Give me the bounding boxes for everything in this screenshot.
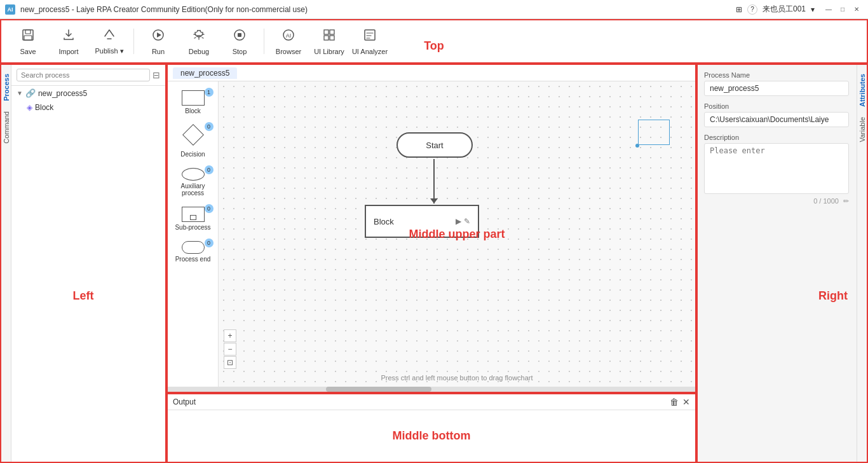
edit-node-icon[interactable]: ✎ <box>464 217 470 226</box>
command-tab[interactable]: Command <box>1 107 11 148</box>
tool-processend-badge: 0 <box>205 238 214 247</box>
import-icon <box>62 28 76 45</box>
canvas-tab-label[interactable]: new_process5 <box>173 67 237 79</box>
position-label: Position <box>704 102 849 110</box>
tool-block[interactable]: Block 1 <box>170 86 216 118</box>
run-node-icon[interactable]: ▶ <box>456 217 461 226</box>
char-count: 0 / 1000 ✏ <box>704 197 849 205</box>
tool-subprocess-badge: 0 <box>205 204 214 213</box>
zoom-fit-button[interactable]: ⊡ <box>224 356 236 369</box>
start-node[interactable]: Start <box>397 132 473 158</box>
tree-child-block[interactable]: ◈ Block <box>11 100 165 114</box>
debug-icon <box>192 28 206 45</box>
browser-label: Browser <box>276 48 301 55</box>
collapse-button[interactable]: ⊟ <box>153 70 160 80</box>
run-label: Run <box>152 48 165 55</box>
tool-decision-label: Decision <box>180 151 205 158</box>
tool-processend[interactable]: Process end 0 <box>170 237 216 266</box>
tool-decision-badge: 0 <box>205 122 214 131</box>
output-title: Output <box>173 397 667 406</box>
window-controls: — □ ✕ <box>822 3 863 16</box>
publish-label: Publish ▾ <box>95 47 123 55</box>
publish-icon <box>102 27 116 45</box>
toolbar-divider-1 <box>133 29 134 54</box>
stop-button[interactable]: Stop <box>220 22 259 60</box>
user-area: ⊞ ? 来也员工001 ▾ <box>736 4 815 15</box>
output-clear-button[interactable]: 🗑 <box>670 397 679 407</box>
toolbar: Save Import Publish ▾ Run Debug <box>0 19 868 64</box>
import-button[interactable]: Import <box>50 22 88 60</box>
svg-rect-1 <box>25 30 31 34</box>
tool-decision[interactable]: Decision 0 <box>170 121 216 162</box>
svg-text:AI: AI <box>286 32 292 39</box>
tool-subprocess[interactable]: Sub-process 0 <box>170 203 216 235</box>
import-label: Import <box>58 48 78 55</box>
attributes-tab[interactable]: Attributes <box>857 70 867 111</box>
canvas-left-toolbar: Block 1 Decision 0 Auxilia <box>168 81 219 387</box>
zoom-out-button[interactable]: − <box>224 343 236 356</box>
ui-analyzer-button[interactable]: UI Analyzer <box>351 22 389 60</box>
tree-root-item[interactable]: ▼ 🔗 new_process5 <box>11 86 165 100</box>
publish-button[interactable]: Publish ▾ <box>90 22 128 60</box>
variable-tab[interactable]: Variable <box>857 113 867 146</box>
window-title: new_process5 - Laiye RPA Creator Communi… <box>20 5 736 14</box>
description-label: Description <box>704 134 849 141</box>
ui-library-label: UI Library <box>314 48 344 55</box>
zoom-in-button[interactable]: + <box>224 329 236 342</box>
zoom-controls: + − ⊡ <box>224 329 236 369</box>
tool-subprocess-label: Sub-process <box>175 224 210 231</box>
run-button[interactable]: Run <box>139 22 177 60</box>
save-icon <box>21 28 35 45</box>
app-icon: AI <box>5 4 15 15</box>
svg-rect-9 <box>324 30 329 34</box>
description-input[interactable] <box>704 143 849 194</box>
tool-auxiliary[interactable]: Auxiliary process 0 <box>170 164 216 200</box>
right-panel-content: Process Name new_process5 Position C:\Us… <box>698 65 867 462</box>
minimize-button[interactable]: — <box>822 3 835 16</box>
save-label: Save <box>20 48 36 55</box>
svg-marker-4 <box>157 32 161 38</box>
browser-icon: AI <box>281 28 295 45</box>
block-node[interactable]: Block ▶ ✎ <box>365 205 479 238</box>
svg-rect-11 <box>324 36 329 40</box>
output-region-label: Middle bottom <box>393 429 471 443</box>
canvas-draw-area[interactable]: Start Block ▶ ✎ Middle upper part <box>219 81 695 387</box>
right-tab-strip: Attributes Variable <box>857 65 867 462</box>
process-tab[interactable]: Process <box>1 70 11 105</box>
canvas-panel: new_process5 Block 1 <box>166 64 696 393</box>
canvas-scrollbar[interactable] <box>168 387 695 392</box>
block-tree-icon: ◈ <box>27 103 32 112</box>
debug-label: Debug <box>189 48 209 55</box>
help-button[interactable]: ? <box>747 4 757 15</box>
browser-button[interactable]: AI Browser <box>269 22 308 60</box>
output-close-button[interactable]: ✕ <box>682 397 690 407</box>
debug-button[interactable]: Debug <box>180 22 218 60</box>
canvas-scrollbar-thumb[interactable] <box>326 387 431 392</box>
tool-block-shape <box>182 90 205 106</box>
tool-block-label: Block <box>185 107 200 114</box>
block-tree-label: Block <box>35 103 53 112</box>
right-panel: Attributes Variable Process Name new_pro… <box>696 64 868 463</box>
process-name-section: Process Name new_process5 <box>704 71 849 96</box>
canvas-tab: new_process5 <box>168 65 695 81</box>
tool-auxiliary-badge: 0 <box>205 165 214 174</box>
tool-processend-shape <box>182 241 205 254</box>
left-tab-strip: Process Command <box>1 65 11 462</box>
description-section: Description 0 / 1000 ✏ <box>704 134 849 205</box>
tool-auxiliary-shape <box>182 168 205 181</box>
tool-block-badge: 1 <box>205 88 214 97</box>
left-panel-content: ⊟ ▼ 🔗 new_process5 ◈ Block <box>11 65 165 462</box>
ui-library-button[interactable]: UI Library <box>310 22 348 60</box>
grid-icon[interactable]: ⊞ <box>736 5 742 14</box>
position-value: C:\Users\caixuan\Documents\Laiye <box>704 112 849 127</box>
user-dropdown[interactable]: ▾ <box>811 5 815 14</box>
start-label: Start <box>426 141 443 150</box>
svg-rect-10 <box>330 30 334 34</box>
search-input[interactable] <box>17 69 150 81</box>
save-button[interactable]: Save <box>9 22 47 60</box>
edit-icon[interactable]: ✏ <box>843 197 849 205</box>
run-icon <box>151 28 165 45</box>
maximize-button[interactable]: □ <box>836 3 849 16</box>
corner-node[interactable] <box>638 120 670 145</box>
close-button[interactable]: ✕ <box>850 3 863 16</box>
